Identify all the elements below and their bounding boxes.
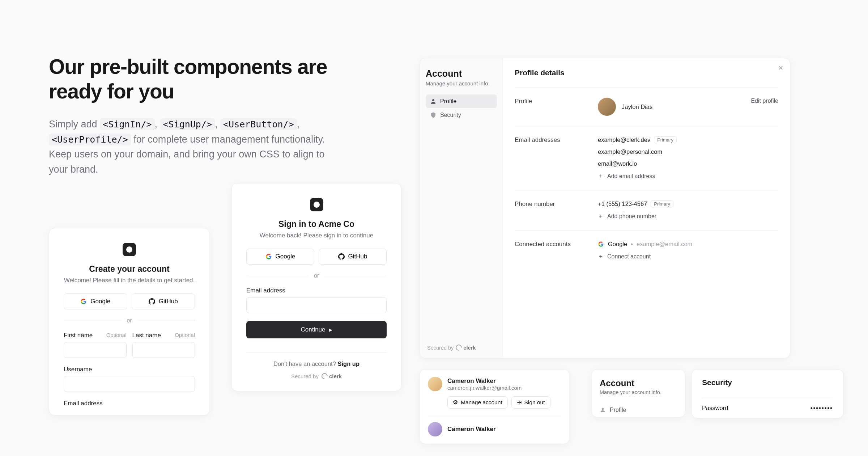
svg-point-0 [432, 99, 434, 101]
username-input[interactable] [64, 376, 195, 392]
username-label: Username [64, 366, 92, 373]
email-row: example@personal.com [598, 148, 778, 155]
edit-profile-button[interactable]: Edit profile [751, 98, 778, 116]
signup-title: Create your account [64, 264, 195, 274]
caret-right-icon: ▸ [329, 326, 332, 334]
clerk-logo-icon: clerk [456, 345, 476, 351]
account-title: Account [600, 378, 677, 388]
hero: Our pre-built components are ready for y… [49, 54, 342, 177]
code-userprofile: <UserProfile/> [49, 134, 131, 145]
signup-google-button[interactable]: Google [64, 294, 127, 309]
signin-title: Sign in to Acme Co [246, 219, 387, 229]
email-row: email@work.io [598, 160, 778, 167]
plus-icon: ＋ [598, 253, 604, 260]
google-icon [80, 298, 87, 305]
code-signin: <SignIn/> [100, 118, 154, 130]
app-logo-icon [123, 243, 136, 256]
profile-name: Jaylon Dias [622, 104, 652, 110]
account-card: Account Manage your account info. Profil… [591, 369, 685, 417]
section-profile: Profile Jaylon Dias Edit profile [515, 87, 778, 126]
phone-row: +1 (555) 123-4567 Primary [598, 200, 778, 207]
avatar [428, 377, 442, 391]
primary-badge: Primary [654, 136, 677, 143]
profile-sidebar: Account Manage your account info. Profil… [420, 58, 503, 358]
firstname-label: First name [64, 332, 93, 339]
signin-footer: Don't have an account? Sign up [246, 352, 387, 367]
avatar [598, 98, 616, 116]
user-row: Cameron Walker cameron.j.r.walker@gmail.… [428, 377, 561, 391]
user-icon [600, 407, 606, 413]
signout-icon: ⇥ [517, 399, 522, 406]
hero-lead: Simply add <SignIn/>, <SignUp/>, <UserBu… [49, 117, 342, 177]
plus-icon: ＋ [598, 212, 604, 220]
plus-icon: ＋ [598, 172, 604, 180]
lastname-input[interactable] [132, 342, 195, 358]
sidebar-item-security[interactable]: Security [426, 108, 497, 122]
account-subtitle: Manage your account info. [600, 389, 677, 395]
add-phone-button[interactable]: ＋ Add phone number [598, 212, 778, 220]
email-row: example@clerk.dev Primary [598, 136, 778, 143]
signup-github-button[interactable]: GitHub [132, 294, 195, 309]
sidebar-item-profile[interactable]: Profile [426, 94, 497, 108]
manage-account-button[interactable]: ⚙ Manage account [447, 396, 508, 409]
connected-row: Google • example@email.com [598, 241, 778, 248]
google-icon [265, 253, 272, 260]
sidebar-subtitle: Manage your account info. [426, 80, 497, 86]
password-label: Password [702, 405, 728, 411]
continue-button[interactable]: Continue ▸ [246, 321, 387, 338]
signin-google-button[interactable]: Google [246, 249, 314, 265]
divider-or: or [64, 317, 195, 324]
code-signup: <SignUp/> [160, 118, 215, 130]
close-icon[interactable]: ✕ [778, 64, 783, 72]
user-name: Cameron Walker [447, 377, 522, 385]
signin-card: Sign in to Acme Co Welcome back! Please … [231, 183, 401, 391]
add-email-button[interactable]: ＋ Add email address [598, 172, 778, 180]
secured-by: Secured by clerk [427, 345, 476, 351]
github-icon [338, 253, 345, 260]
lastname-label: Last name [132, 332, 161, 339]
security-panel: Security Password •••••••• [692, 369, 843, 418]
signup-subtitle: Welcome! Please fill in the details to g… [64, 277, 195, 284]
password-mask: •••••••• [810, 405, 833, 411]
section-connected: Connected accounts Google • example@emai… [515, 230, 778, 270]
avatar [428, 422, 442, 436]
sidebar-item-profile[interactable]: Profile [600, 403, 677, 417]
svg-point-1 [602, 408, 604, 410]
user-icon [430, 98, 437, 105]
email-input[interactable] [246, 297, 387, 313]
user-profile-panel: Account Manage your account info. Profil… [420, 58, 790, 358]
connect-account-button[interactable]: ＋ Connect account [598, 253, 778, 260]
primary-badge: Primary [651, 200, 673, 207]
security-title: Security [702, 378, 833, 387]
secured-by: Secured by clerk [246, 373, 387, 379]
sidebar-title: Account [426, 68, 497, 79]
divider-or: or [246, 273, 387, 279]
signup-card: Create your account Welcome! Please fill… [49, 228, 210, 415]
profile-main: ✕ Profile details Profile Jaylon Dias Ed… [503, 58, 790, 358]
user-button-menu: Cameron Walker cameron.j.r.walker@gmail.… [420, 369, 570, 444]
section-emails: Email addresses example@clerk.dev Primar… [515, 126, 778, 190]
section-phone: Phone number +1 (555) 123-4567 Primary ＋… [515, 190, 778, 230]
email-label: Email address [246, 287, 285, 294]
hero-title: Our pre-built components are ready for y… [49, 54, 342, 104]
user-email: cameron.j.r.walker@gmail.com [447, 385, 522, 391]
signin-subtitle: Welcome back! Please sign in to continue [246, 232, 387, 239]
password-row: Password •••••••• [702, 398, 833, 418]
gear-icon: ⚙ [453, 399, 458, 406]
optional-label: Optional [106, 332, 127, 339]
shield-icon [430, 112, 437, 118]
google-icon [598, 241, 604, 248]
email-label: Email address [64, 400, 103, 407]
profile-title: Profile details [515, 68, 778, 77]
app-logo-icon [310, 198, 323, 211]
clerk-logo-icon: clerk [322, 373, 342, 379]
signup-link[interactable]: Sign up [337, 360, 359, 367]
code-userbutton: <UserButton/> [220, 118, 297, 130]
signin-github-button[interactable]: GitHub [319, 249, 387, 265]
user-name: Cameron Walker [447, 426, 496, 433]
firstname-input[interactable] [64, 342, 127, 358]
github-icon [149, 298, 155, 305]
user-row: Cameron Walker [428, 416, 561, 436]
signout-button[interactable]: ⇥ Sign out [511, 396, 550, 409]
